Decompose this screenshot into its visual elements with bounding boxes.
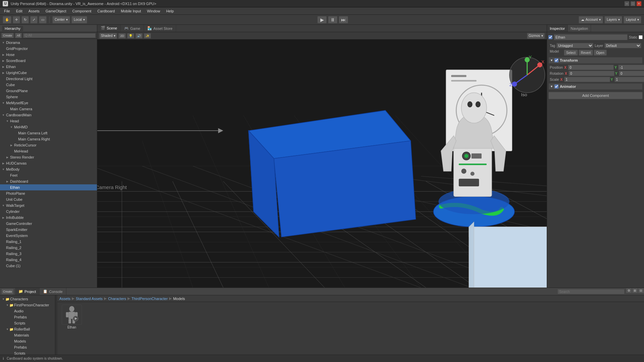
transform-enabled-checkbox[interactable] [554,58,558,62]
rot-y-input[interactable] [619,71,644,76]
step-button[interactable]: ⏭ [339,16,348,23]
hierarchy-item-27[interactable]: ▼WalkTarget [0,202,97,208]
hierarchy-item-34[interactable]: Railing_2 [0,245,97,251]
bottom-expand-button[interactable]: ⊞ [632,288,638,293]
gizmos-dropdown[interactable]: Gizmos ▾ [527,33,545,39]
move-tool-button[interactable]: ✛ [13,16,20,23]
center-dropdown[interactable]: Center ▾ [52,16,70,23]
hierarchy-item-32[interactable]: EventSystem [0,233,97,239]
tab-project[interactable]: 📁 Project [15,288,40,295]
hierarchy-item-17[interactable]: ▶ReticleCursor [0,142,97,148]
close-button[interactable]: ✕ [637,1,641,6]
rect-tool-button[interactable]: ▭ [39,16,47,23]
hierarchy-item-0[interactable]: ▼Diorama [0,40,97,46]
project-tree-item-6[interactable]: Materials [0,332,55,338]
local-dropdown[interactable]: Local ▾ [71,16,87,23]
hierarchy-item-16[interactable]: Main Camera Right [0,136,97,142]
menu-component[interactable]: Component [69,8,94,14]
scale-y-input[interactable] [614,77,644,82]
hierarchy-item-10[interactable]: ▼MeMyselfEye [0,100,97,106]
tab-console[interactable]: 📋 Console [40,288,66,295]
bottom-create-button[interactable]: Create [1,289,14,295]
hierarchy-item-6[interactable]: Directional Light [0,76,97,82]
breadcrumb-assets[interactable]: Assets [59,297,70,301]
scale-x-input[interactable] [564,77,610,82]
hierarchy-item-22[interactable]: Feet [0,172,97,178]
project-tree-item-1[interactable]: ▼📁FirstPersonCharacter [0,302,55,308]
layout-dropdown[interactable]: Layout ▾ [624,16,641,23]
hierarchy-item-2[interactable]: ▶Hose [0,52,97,58]
hierarchy-item-4[interactable]: ▶Ethan [0,64,97,70]
tab-scene[interactable]: 🎬 Scene [97,25,121,32]
menu-gameobject[interactable]: GameObject [43,8,69,14]
tab-navigation[interactable]: Navigation [568,25,591,32]
hierarchy-create-button[interactable]: Create [1,33,14,38]
tab-game[interactable]: 🎮 Game [121,25,144,32]
tab-assetstore[interactable]: 🏪 Asset Store [144,25,176,32]
hierarchy-item-21[interactable]: ▼MeBody [0,166,97,172]
menu-assets[interactable]: Assets [26,8,42,14]
hierarchy-item-25[interactable]: PhotoPlane [0,190,97,196]
scene-fx-button[interactable]: ✨ [144,33,151,39]
hierarchy-item-9[interactable]: Sphere [0,94,97,100]
asset-item-ethan[interactable]: Ethan [60,305,84,329]
project-tree-item-4[interactable]: Scripts [0,320,55,326]
scene-2d-button[interactable]: 2D [118,33,126,39]
play-button[interactable]: ▶ [317,16,327,23]
pos-y-input[interactable] [618,65,644,70]
project-tree-item-7[interactable]: Models [0,338,55,344]
object-name-input[interactable] [554,34,628,40]
project-tree-item-8[interactable]: Prefabs [0,344,55,350]
project-tree-item-2[interactable]: Audio [0,308,55,314]
animator-enabled-checkbox[interactable] [554,84,558,88]
add-component-button[interactable]: Add Component [548,92,643,99]
hierarchy-item-18[interactable]: MeHead [0,148,97,154]
hierarchy-item-8[interactable]: GroundPlane [0,88,97,94]
hierarchy-item-12[interactable]: ▼CardboardMain [0,112,97,118]
pos-x-input[interactable] [568,65,614,70]
open-button[interactable]: Open [594,50,606,56]
animator-section-header[interactable]: ▼ Animator [548,83,643,90]
breadcrumb-thirdperson[interactable]: ThirdPersonCharacter [131,297,168,301]
transform-section-header[interactable]: ▼ Transform [548,57,643,64]
breadcrumb-standardassets[interactable]: Standard Assets [76,297,103,301]
pause-button[interactable]: ⏸ [328,16,337,23]
static-checkbox[interactable] [639,35,643,39]
hierarchy-item-31[interactable]: SparkEmitter [0,227,97,233]
menu-edit[interactable]: Edit [13,8,25,14]
hierarchy-item-26[interactable]: Unit Cube [0,196,97,202]
bottom-settings-button[interactable]: ⚙ [626,288,632,293]
project-tree-item-3[interactable]: Prefabs [0,314,55,320]
hierarchy-item-14[interactable]: ▼MeHMD [0,124,97,130]
bottom-collapse-button[interactable]: ⊟ [638,288,644,293]
tag-select[interactable]: Untagged [556,43,593,48]
hierarchy-item-13[interactable]: ▼Head [0,118,97,124]
hierarchy-item-33[interactable]: Railing_1 [0,239,97,245]
hierarchy-item-37[interactable]: Cube (1) [0,263,97,269]
breadcrumb-characters[interactable]: Characters [108,297,126,301]
hierarchy-item-1[interactable]: GridProjector [0,46,97,52]
scene-canvas[interactable]: X Y Z Iso Camera Right [97,40,547,288]
hierarchy-item-24[interactable]: Ethan [0,184,97,190]
rotate-tool-button[interactable]: ↻ [21,16,29,23]
hierarchy-item-3[interactable]: ▶ScoreBoard [0,58,97,64]
project-tree-item-0[interactable]: ▼📁Characters [0,296,55,302]
hierarchy-item-19[interactable]: ▶Stereo Render [0,154,97,160]
maximize-button[interactable]: □ [631,1,635,6]
hierarchy-item-7[interactable]: Cube [0,82,97,88]
hierarchy-item-28[interactable]: Cylinder [0,208,97,215]
project-search-input[interactable] [557,289,625,294]
hierarchy-search-input[interactable] [23,33,96,38]
menu-help[interactable]: Help [163,8,176,14]
hierarchy-item-30[interactable]: GameController [0,221,97,227]
project-tree-item-9[interactable]: Scripts [0,350,55,355]
scale-tool-button[interactable]: ⤢ [30,16,38,23]
tab-inspector[interactable]: Inspector [547,25,568,32]
account-dropdown[interactable]: ☁ Account ▾ [579,16,603,23]
layer-select[interactable]: Default [604,43,641,48]
hierarchy-all-button[interactable]: All [15,33,22,38]
object-enabled-checkbox[interactable] [548,35,552,39]
menu-file[interactable]: File [1,8,13,14]
scene-light-button[interactable]: 💡 [127,33,134,39]
hand-tool-button[interactable]: ✋ [3,16,11,23]
